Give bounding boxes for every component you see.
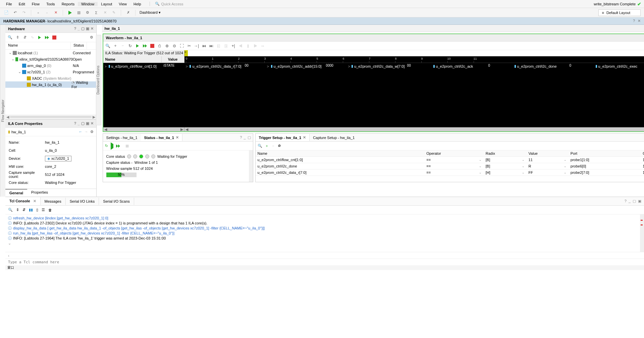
col-header[interactable]: Operator	[424, 150, 484, 157]
help-icon[interactable]: ?	[625, 199, 627, 203]
maximize-icon[interactable]: ▣	[638, 199, 641, 203]
gear-icon[interactable]: ⚙	[89, 35, 94, 40]
clipboard-icon[interactable]: ▯	[36, 208, 38, 212]
fast-forward-icon[interactable]	[116, 144, 120, 148]
stop-icon[interactable]	[52, 35, 57, 40]
tab-properties[interactable]: Properties	[27, 189, 52, 197]
remove-icon[interactable]: －	[271, 143, 275, 148]
help-icon[interactable]: ?	[74, 26, 76, 31]
delete-icon[interactable]: ✕	[53, 10, 59, 16]
hw-scrollbar[interactable]: ◀▶	[5, 115, 96, 119]
restore-icon[interactable]: ▢	[81, 26, 85, 31]
zoom-out-icon[interactable]: ⊖	[172, 43, 177, 49]
run-icon[interactable]	[67, 10, 73, 16]
fast-forward-icon[interactable]	[44, 35, 50, 40]
add-icon[interactable]: ＋	[113, 43, 118, 49]
radix-select[interactable]: [H]⌄	[486, 171, 525, 175]
tab-serial-scans[interactable]: Serial I/O Scans	[99, 198, 134, 205]
quick-access[interactable]: 🔍 Quick Access	[150, 2, 183, 6]
table-row[interactable]: u_e2prom_ctrl/i2c_data_r[7:0]==⌄[H]⌄FF⌄p…	[256, 170, 644, 176]
close-icon[interactable]: ✕	[176, 135, 179, 140]
hardware-tree[interactable]: ⌄localhost (1)Connected⌄xilinx_tcf/Digil…	[5, 50, 96, 115]
menu-reports[interactable]: Reports	[58, 2, 78, 6]
table-row[interactable]: u_e2prom_ctrl/i2c_done==⌄[B]⌄R⌄probe6[0]…	[256, 163, 644, 170]
menu-edit[interactable]: Edit	[15, 2, 29, 6]
prev-edge-icon[interactable]: ⍇	[216, 43, 221, 49]
export-icon[interactable]: ⎙	[157, 43, 162, 49]
go-start-icon[interactable]: ⏮	[201, 43, 207, 49]
refresh-icon[interactable]: ↻	[127, 43, 133, 49]
device-link[interactable]: ◈xc7z020_1	[45, 156, 71, 161]
swap-icon[interactable]: ↔	[260, 43, 266, 49]
tab-tcl-console[interactable]: Tcl Console ✕	[5, 197, 41, 205]
cancel-icon[interactable]: ✕	[102, 10, 108, 16]
tab-capture-setup[interactable]: Capture Setup - hw_ila_1	[310, 134, 358, 141]
expand-icon[interactable]: ⇵	[22, 208, 25, 212]
menu-help[interactable]: Help	[130, 2, 145, 6]
synth-icon[interactable]: ▥	[76, 10, 82, 16]
signal-row[interactable]: >▮u_e2prom_ctrl/i2c_data_w[7:0]00	[347, 63, 428, 69]
flow-navigator-tab[interactable]: Flow Navigator	[0, 25, 5, 197]
waveform-scrollbar[interactable]: ◀▶ ◀	[103, 127, 644, 131]
collapse-icon[interactable]: ⇕	[16, 208, 19, 212]
fast-forward-icon[interactable]	[142, 43, 148, 49]
operator-select[interactable]: ==⌄	[426, 158, 482, 162]
close-icon[interactable]: ✕	[33, 199, 36, 203]
link-icon[interactable]: ∿	[30, 35, 35, 40]
close-icon[interactable]: ✕	[91, 121, 94, 126]
tab-status[interactable]: Status - hw_ila_1 ✕	[141, 134, 182, 141]
tree-row[interactable]: hw_ila_1 (u_ila_0)◔ Waiting For	[5, 81, 96, 88]
table-row[interactable]: u_e2prom_ctrl/flow_cnt[1:0]==⌄[B]⌄11⌄pro…	[256, 157, 644, 163]
maximize-icon[interactable]: ▣	[86, 121, 89, 126]
expand-icon[interactable]: ⇵	[22, 35, 28, 40]
add-marker-icon[interactable]: +|	[231, 43, 236, 49]
back-icon[interactable]: ←	[79, 130, 83, 134]
minimize-icon[interactable]: _	[244, 135, 246, 140]
scrollbar[interactable]	[249, 150, 253, 182]
tcl-input[interactable]	[7, 259, 643, 265]
col-status[interactable]: Status	[71, 42, 87, 49]
close-icon[interactable]: ✕	[91, 26, 94, 31]
operator-select[interactable]: ==⌄	[426, 164, 482, 168]
value-select[interactable]: 11⌄	[529, 158, 567, 162]
cut-icon[interactable]: ✂	[186, 43, 192, 49]
settings-icon[interactable]: ⚙	[85, 10, 91, 16]
minimize-icon[interactable]: _	[629, 199, 631, 203]
play-icon[interactable]	[111, 144, 113, 148]
restore-icon[interactable]: ▢	[81, 121, 85, 126]
paste-icon[interactable]: ▫	[44, 10, 50, 16]
new-file-icon[interactable]: 📄	[3, 10, 9, 16]
align-center-icon[interactable]: ⫿	[246, 43, 251, 49]
trash-icon[interactable]: 🗑	[48, 208, 52, 212]
remove-icon[interactable]: －	[120, 43, 125, 49]
sigma-icon[interactable]: Σ	[93, 10, 99, 16]
tab-messages[interactable]: Messages	[41, 198, 66, 205]
expand-icon[interactable]: ⌄	[18, 70, 21, 74]
signal-row[interactable]: >▮u_e2prom_ctrl/i2c_data_r[7:0]00	[184, 63, 266, 69]
search-icon[interactable]: 🔍	[8, 208, 13, 212]
radix-select[interactable]: [B]⌄	[486, 164, 525, 168]
close-icon[interactable]: ✕	[303, 135, 306, 140]
next-edge-icon[interactable]: ⍈	[223, 43, 229, 49]
play-icon[interactable]	[37, 35, 42, 40]
col-header[interactable]: Comparator Usage	[641, 150, 644, 157]
waveform-ruler[interactable]: 01234567891011	[184, 56, 644, 63]
settings-icon[interactable]: ▦	[125, 144, 129, 148]
undo-icon[interactable]: ↶	[12, 10, 18, 16]
value-select[interactable]: R⌄	[529, 164, 567, 168]
pause-icon[interactable]: ▮▮	[29, 208, 33, 212]
col-header[interactable]: Value	[527, 150, 569, 157]
help-icon[interactable]: ?	[633, 19, 635, 23]
tab-trigger-setup[interactable]: Trigger Setup - hw_ila_1 ✕	[256, 134, 310, 141]
search-icon[interactable]: 🔍	[258, 144, 262, 148]
search-icon[interactable]: 🔍	[7, 35, 13, 40]
go-end-icon[interactable]: ⏭	[209, 43, 214, 49]
zoom-fit-icon[interactable]: ⛶	[179, 43, 184, 49]
help-icon[interactable]: ?	[74, 121, 76, 126]
menu-tools[interactable]: Tools	[43, 2, 58, 6]
stop-icon[interactable]	[150, 43, 155, 49]
minimize-icon[interactable]: _	[77, 26, 79, 31]
copy-icon[interactable]: ▫	[35, 10, 41, 16]
minimize-icon[interactable]: _	[77, 121, 79, 126]
tree-row[interactable]: ⌄xilinx_tcf/Digilent/210251A08870Open	[5, 56, 96, 62]
